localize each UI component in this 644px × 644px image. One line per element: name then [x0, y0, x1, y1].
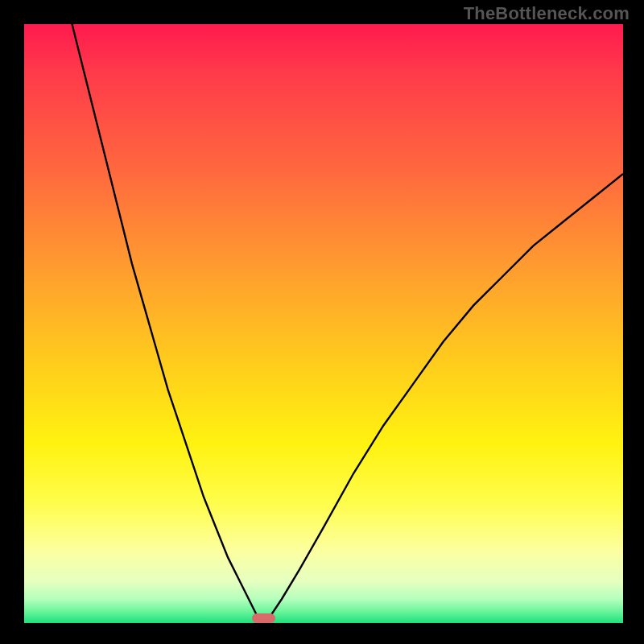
curve-right-branch: [264, 174, 623, 623]
curve-left-branch: [72, 24, 264, 623]
figure-container: TheBottleneck.com: [0, 0, 644, 644]
plot-area: [24, 24, 623, 623]
bottleneck-curve: [24, 24, 623, 623]
watermark-text: TheBottleneck.com: [464, 3, 630, 24]
bottleneck-marker: [252, 613, 276, 623]
